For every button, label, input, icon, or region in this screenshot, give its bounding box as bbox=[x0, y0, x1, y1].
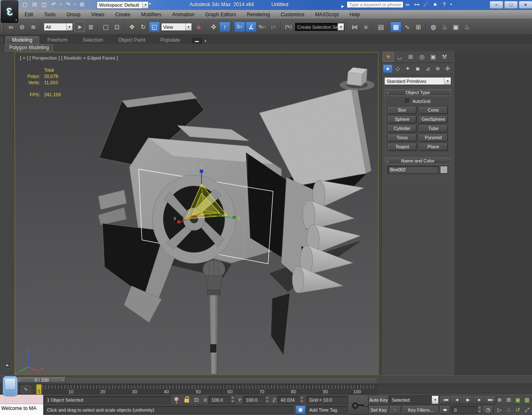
menu-modifiers[interactable]: Modifiers bbox=[136, 10, 167, 19]
pin-stack-icon[interactable] bbox=[174, 397, 179, 401]
absolute-mode-toggle-icon[interactable]: ⊡ bbox=[193, 396, 200, 404]
named-selection-set-dropdown[interactable]: Create Selection Set▼ bbox=[295, 23, 344, 31]
name-color-rollout-header[interactable]: - Name and Color bbox=[385, 158, 451, 164]
geosphere-button[interactable]: GeoSphere bbox=[419, 116, 447, 123]
isolate-selection-toggle[interactable]: ▣ bbox=[296, 406, 305, 414]
help-dropdown-icon[interactable]: ▾ bbox=[450, 1, 452, 8]
plane-button[interactable]: Plane bbox=[419, 143, 447, 150]
menu-maxscript[interactable]: MAXScript bbox=[310, 10, 344, 19]
window-crossing-toggle-icon[interactable]: ⊡ bbox=[112, 22, 122, 32]
geometry-icon[interactable]: ● bbox=[383, 65, 393, 73]
menu-create[interactable]: Create bbox=[110, 10, 136, 19]
select-and-rotate-icon[interactable]: ↻ bbox=[138, 22, 149, 32]
spinner-snap-icon[interactable]: ↕∩ bbox=[268, 22, 279, 32]
ribbon-display-toggle-icon[interactable]: ▬ bbox=[192, 38, 202, 44]
rendered-frame-window-icon[interactable]: ▣ bbox=[450, 22, 461, 32]
y-coordinate-field[interactable]: 100.0 ▲▼ bbox=[244, 396, 269, 403]
select-and-link-icon[interactable]: ∞ bbox=[5, 22, 16, 32]
space-warps-icon[interactable]: ≋ bbox=[433, 65, 443, 73]
infocenter-search-input[interactable] bbox=[347, 1, 403, 8]
polygon-modeling-panel-tab[interactable]: Polygon Modeling bbox=[5, 44, 53, 51]
maxscript-listener-strip[interactable] bbox=[0, 395, 43, 404]
tab-hierarchy[interactable]: ⊞ bbox=[405, 52, 416, 62]
x-coordinate-field[interactable]: 100.0 ▲▼ bbox=[209, 396, 235, 403]
menu-animation[interactable]: Animation bbox=[167, 10, 200, 19]
z-coordinate-field[interactable]: 42.024 ▲▼ bbox=[278, 396, 304, 403]
tab-populate[interactable]: Populate bbox=[154, 36, 186, 44]
viewport-layout-tab-button[interactable] bbox=[3, 376, 17, 396]
field-of-view-icon[interactable]: ▷ bbox=[495, 406, 504, 414]
key-mode-toggle[interactable]: ◀▶ bbox=[440, 406, 450, 414]
zoom-extents-all-icon[interactable]: ▦ bbox=[523, 396, 531, 404]
named-selection-sets-icon[interactable]: {✎} bbox=[283, 22, 294, 32]
unlink-selection-icon[interactable]: ⊘ bbox=[17, 22, 27, 32]
menu-tools[interactable]: Tools bbox=[39, 10, 61, 19]
application-menu-button[interactable]: 3 ▾ bbox=[1, 0, 18, 23]
render-setup-icon[interactable]: ♨ bbox=[439, 22, 450, 32]
object-name-field[interactable]: Box002 bbox=[388, 166, 438, 173]
open-file-icon[interactable]: ⊟ bbox=[30, 1, 39, 8]
next-frame-arrow-icon[interactable]: › bbox=[60, 378, 65, 382]
toolbar-overflow-icon[interactable]: ▼ bbox=[148, 2, 152, 6]
close-button[interactable]: × bbox=[519, 1, 532, 9]
menu-graph-editors[interactable]: Graph Editors bbox=[200, 10, 241, 19]
menu-help[interactable]: Help bbox=[344, 10, 365, 19]
previous-frame-button[interactable]: ◀| bbox=[451, 396, 462, 404]
select-and-move-icon[interactable]: ✥ bbox=[127, 22, 137, 32]
select-object-icon[interactable]: ➤ bbox=[74, 22, 85, 32]
z-spinner[interactable]: ▲▼ bbox=[300, 396, 304, 403]
curve-editor-icon[interactable]: ∿ bbox=[402, 22, 413, 32]
render-production-icon[interactable]: ♨ bbox=[462, 22, 472, 32]
menu-customize[interactable]: Customize bbox=[275, 10, 310, 19]
graphite-ribbon-toggle-icon[interactable]: ▦ bbox=[390, 22, 401, 32]
undo-icon[interactable]: ↶ bbox=[50, 1, 58, 8]
select-and-manipulate-icon[interactable]: ✜ bbox=[208, 22, 219, 32]
previous-frame-arrow-icon[interactable]: ‹ bbox=[18, 378, 23, 382]
expand-tray-icon[interactable]: ▶ bbox=[4, 362, 11, 369]
viewport-header-label[interactable]: [ + ] [ Perspective ] [ Realistic + Edge… bbox=[20, 55, 118, 60]
ribbon-dropdown-icon[interactable]: ▾ bbox=[204, 38, 207, 44]
sign-in-key-icon[interactable]: ⊶ bbox=[413, 1, 420, 8]
save-file-icon[interactable]: ◫ bbox=[40, 1, 48, 8]
new-file-icon[interactable]: ▢ bbox=[21, 1, 29, 8]
add-time-tag[interactable]: Add Time Tag bbox=[307, 406, 347, 413]
align-icon[interactable]: ≡ bbox=[360, 22, 371, 32]
minimize-button[interactable]: – bbox=[490, 1, 503, 9]
helpers-icon[interactable]: ⊿ bbox=[423, 65, 433, 73]
tab-modeling[interactable]: Modeling bbox=[5, 36, 39, 44]
cone-button[interactable]: Cone bbox=[419, 107, 447, 114]
menu-edit[interactable]: Edit bbox=[19, 10, 39, 19]
tab-utilities[interactable]: ⚒ bbox=[439, 52, 450, 62]
autogrid-checkbox[interactable] bbox=[405, 99, 410, 103]
set-keys-button[interactable] bbox=[349, 395, 368, 414]
snaps-toggle-icon[interactable]: 3∩ bbox=[234, 22, 245, 32]
project-folder-icon[interactable]: ⊞ bbox=[78, 1, 86, 8]
angle-snap-icon[interactable]: ∡ bbox=[246, 22, 256, 32]
layer-manager-icon[interactable]: ▤ bbox=[375, 22, 386, 32]
tab-freeform[interactable]: Freeform bbox=[41, 36, 75, 44]
default-in-out-tangent-icon[interactable]: ∿ bbox=[390, 406, 400, 414]
help-icon[interactable]: ? bbox=[440, 1, 448, 8]
maximize-button[interactable]: □ bbox=[504, 1, 518, 9]
mirror-icon[interactable]: ⋈ bbox=[349, 22, 360, 32]
search-icon[interactable]: ∞ bbox=[404, 1, 411, 8]
menu-group[interactable]: Group bbox=[61, 10, 86, 19]
select-and-scale-icon[interactable]: ◱ bbox=[149, 22, 160, 32]
use-pivot-point-icon[interactable]: ◈ bbox=[193, 22, 204, 32]
viewport-scene[interactable]: z x y z x y bbox=[15, 52, 378, 374]
menu-rendering[interactable]: Rendering bbox=[241, 10, 275, 19]
workspace-dropdown[interactable]: Workspace: Default ▼ bbox=[97, 1, 149, 9]
object-color-swatch[interactable] bbox=[440, 166, 447, 173]
communication-center-icon[interactable]: ☄ bbox=[422, 1, 430, 8]
schematic-view-icon[interactable]: ⊞ bbox=[413, 22, 424, 32]
mini-curve-editor-button[interactable]: ∿ bbox=[21, 385, 31, 393]
tab-selection[interactable]: Selection bbox=[76, 36, 109, 44]
material-editor-icon[interactable]: ◍ bbox=[428, 22, 439, 32]
perspective-viewport[interactable]: z x y z x y bbox=[15, 52, 378, 375]
orbit-icon[interactable]: ↺ bbox=[514, 406, 522, 414]
welcome-window[interactable]: Welcome to MA bbox=[0, 395, 43, 415]
zoom-extents-icon[interactable]: ▣ bbox=[514, 396, 522, 404]
category-dropdown[interactable]: Standard Primitives ▼ bbox=[384, 77, 451, 85]
box-button[interactable]: Box bbox=[388, 107, 416, 114]
y-spinner[interactable]: ▲▼ bbox=[265, 396, 269, 403]
